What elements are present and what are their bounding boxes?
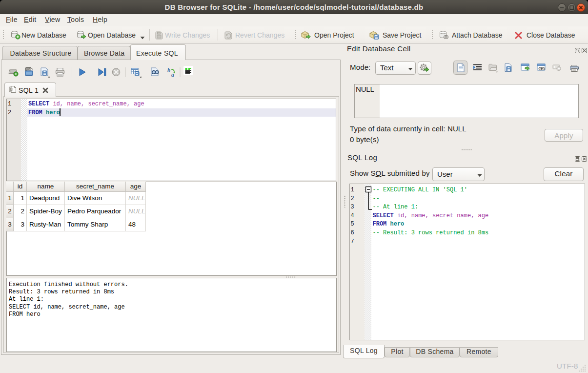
svg-text:b: b bbox=[167, 67, 170, 74]
